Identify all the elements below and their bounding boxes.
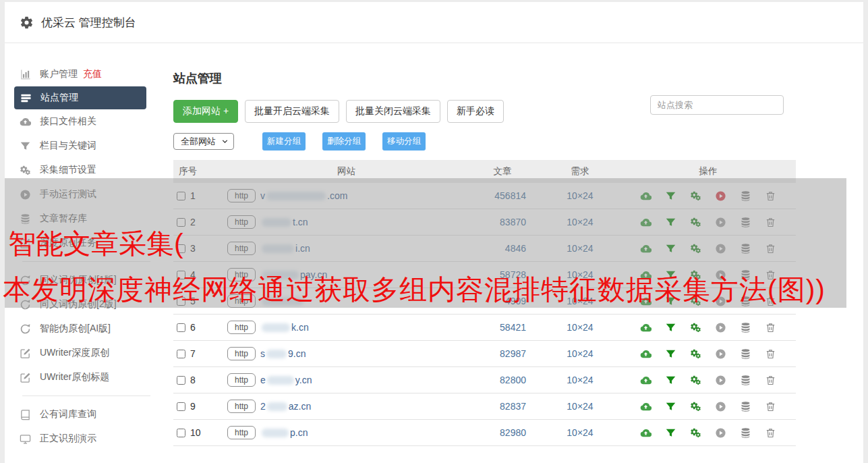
row-checkbox[interactable] (177, 376, 185, 385)
database-icon[interactable] (740, 401, 751, 412)
trash-icon[interactable] (765, 190, 776, 202)
filter-icon[interactable] (665, 296, 676, 307)
protocol-button[interactable]: http (227, 321, 256, 334)
play-circle-icon[interactable] (715, 296, 726, 307)
gears-icon[interactable] (690, 190, 701, 202)
protocol-button[interactable]: http (227, 426, 256, 439)
cloud-upload-icon[interactable] (640, 401, 652, 412)
play-circle-icon[interactable] (715, 322, 726, 333)
play-circle-icon[interactable] (715, 269, 726, 281)
sidebar-item[interactable]: 智能伪原创[AI版] (5, 317, 168, 341)
trash-icon[interactable] (765, 427, 776, 439)
protocol-button[interactable]: http (227, 215, 256, 229)
protocol-button[interactable]: http (227, 268, 256, 281)
cloud-upload-icon[interactable] (640, 217, 652, 228)
cloud-upload-icon[interactable] (640, 322, 652, 333)
add-site-button[interactable]: 添加网站 + (173, 100, 238, 123)
filter-icon[interactable] (665, 217, 676, 228)
database-icon[interactable] (740, 269, 751, 281)
gears-icon[interactable] (690, 296, 701, 307)
sidebar-item[interactable]: 手动运行测试 (5, 182, 168, 207)
play-circle-icon[interactable] (715, 243, 726, 254)
group-filter-select[interactable]: 全部网站 (173, 133, 234, 150)
gears-icon[interactable] (690, 322, 701, 333)
trash-icon[interactable] (765, 375, 776, 386)
sidebar-item[interactable]: 深度原创任务 (5, 231, 168, 255)
trash-icon[interactable] (765, 296, 776, 307)
sidebar-item[interactable]: 同义词伪原创[2版] (5, 292, 168, 317)
batch-open-cloud-button[interactable]: 批量开启云端采集 (245, 100, 339, 123)
cloud-upload-icon[interactable] (640, 190, 652, 202)
filter-icon[interactable] (665, 401, 676, 412)
trash-icon[interactable] (765, 322, 776, 333)
recharge-badge[interactable]: 充值 (83, 68, 102, 80)
filter-icon[interactable] (665, 243, 676, 254)
row-checkbox[interactable] (177, 350, 185, 358)
sidebar-item[interactable]: 文章暂存库 (5, 207, 168, 231)
row-checkbox[interactable] (177, 271, 185, 279)
gears-icon[interactable] (690, 217, 701, 228)
trash-icon[interactable] (765, 348, 776, 360)
row-checkbox[interactable] (177, 402, 185, 411)
play-circle-icon[interactable] (715, 427, 726, 439)
play-circle-icon[interactable] (715, 401, 726, 412)
delete-group-button[interactable]: 删除分组 (322, 132, 366, 151)
sidebar-item[interactable]: 采集细节设置 (5, 158, 168, 182)
trash-icon[interactable] (765, 243, 776, 254)
play-circle-icon[interactable] (715, 375, 726, 386)
gears-icon[interactable] (690, 375, 701, 386)
filter-icon[interactable] (665, 375, 676, 386)
row-checkbox[interactable] (177, 192, 185, 200)
filter-icon[interactable] (665, 269, 676, 281)
row-checkbox[interactable] (177, 244, 185, 253)
gears-icon[interactable] (690, 348, 701, 360)
database-icon[interactable] (740, 296, 751, 307)
filter-icon[interactable] (665, 427, 676, 439)
cloud-upload-icon[interactable] (640, 348, 652, 360)
play-circle-icon[interactable] (715, 348, 726, 360)
gears-icon[interactable] (690, 243, 701, 254)
protocol-button[interactable]: http (227, 242, 256, 255)
move-group-button[interactable]: 移动分组 (382, 132, 426, 151)
row-checkbox[interactable] (177, 297, 185, 306)
trash-icon[interactable] (765, 401, 776, 412)
trash-icon[interactable] (765, 217, 776, 228)
sidebar-item[interactable]: 公有词库查询 (5, 402, 168, 427)
protocol-button[interactable]: http (227, 294, 256, 308)
sidebar-item[interactable]: UWriter深度原创 (5, 341, 168, 365)
database-icon[interactable] (740, 190, 751, 202)
gears-icon[interactable] (690, 427, 701, 439)
database-icon[interactable] (740, 375, 751, 386)
cloud-upload-icon[interactable] (640, 243, 652, 254)
row-checkbox[interactable] (177, 429, 185, 437)
trash-icon[interactable] (765, 269, 776, 281)
new-group-button[interactable]: 新建分组 (262, 132, 306, 151)
database-icon[interactable] (740, 427, 751, 439)
row-checkbox[interactable] (177, 218, 185, 227)
protocol-button[interactable]: http (227, 400, 256, 413)
sidebar-item[interactable]: 栏目与关键词 (5, 134, 168, 158)
gears-icon[interactable] (690, 401, 701, 412)
sidebar-item[interactable]: 同义词伪原创[1版] (5, 268, 168, 292)
row-checkbox[interactable] (177, 323, 185, 332)
sidebar-item[interactable]: UWriter原创标题 (5, 365, 168, 389)
cloud-upload-icon[interactable] (640, 269, 652, 281)
database-icon[interactable] (740, 243, 751, 254)
gears-icon[interactable] (690, 269, 701, 281)
newbie-guide-button[interactable]: 新手必读 (447, 100, 504, 123)
protocol-button[interactable]: http (227, 373, 256, 387)
sidebar-item[interactable]: 接口文件相关 (5, 109, 168, 134)
filter-icon[interactable] (665, 190, 676, 202)
database-icon[interactable] (740, 348, 751, 360)
database-icon[interactable] (740, 217, 751, 228)
filter-icon[interactable] (665, 348, 676, 360)
database-icon[interactable] (740, 322, 751, 333)
protocol-button[interactable]: http (227, 347, 256, 360)
cloud-upload-icon[interactable] (640, 375, 652, 386)
protocol-button[interactable]: http (227, 189, 256, 202)
cloud-upload-icon[interactable] (640, 296, 652, 307)
sidebar-item[interactable]: 站点管理 (14, 86, 146, 109)
sidebar-item[interactable]: 正文识别演示 (5, 427, 168, 451)
sidebar-item[interactable]: 账户管理充值 (5, 62, 168, 86)
filter-icon[interactable] (665, 322, 676, 333)
